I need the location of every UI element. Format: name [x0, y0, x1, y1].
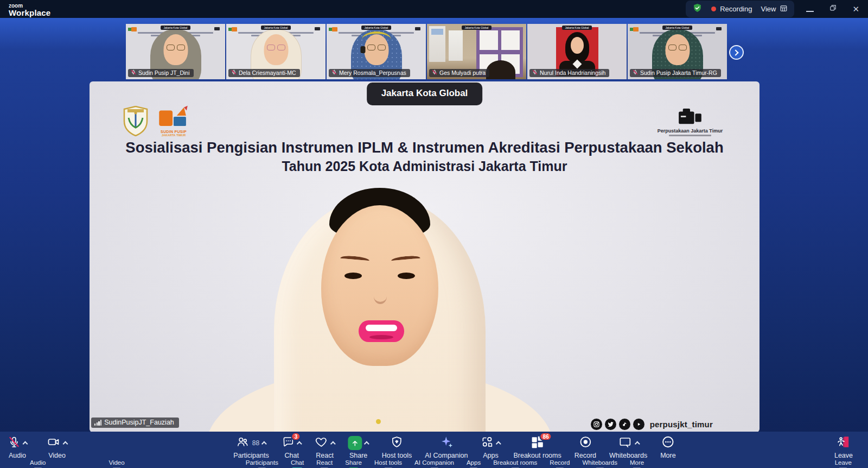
toolbar-item-label: Participants: [233, 452, 269, 459]
participant-filmstrip: Jakarta Kota Global Sudin Pusip JT_Dini …: [126, 24, 727, 79]
chevron-up-icon[interactable]: [635, 441, 640, 446]
view-label: View: [761, 5, 776, 13]
secondary-label-host-tools: Host tools: [374, 459, 402, 468]
signal-strength-icon: [94, 420, 101, 426]
toolbar-item-share[interactable]: Share: [348, 435, 369, 459]
sudin-pusip-caption: SUDIN PUSIP: [156, 130, 192, 134]
secondary-label-apps: Apps: [467, 459, 481, 468]
mic-muted-icon: [8, 435, 21, 450]
secondary-label-breakout-rooms: Breakout rooms: [493, 459, 537, 468]
participant-thumbnail-3[interactable]: Jakarta Kota Global Mery Rosmala_Perpusn…: [327, 24, 426, 79]
secondary-label-react: React: [316, 459, 333, 468]
event-title-line1: Sosialisasi Pengisian Instrumen IPLM & I…: [90, 139, 760, 156]
chevron-up-icon[interactable]: [330, 441, 336, 446]
secondary-label-ai-companion: AI Companion: [414, 459, 454, 468]
participant-name-label: Nurul Inda Handrianingsih: [529, 69, 609, 77]
participants-icon: [237, 435, 250, 450]
event-title-line2: Tahun 2025 Kota Administrasi Jakarta Tim…: [90, 159, 760, 174]
library-logo-subcaption-bar: [669, 135, 711, 136]
thumbnail-top-label: Jakarta Kota Global: [662, 26, 693, 30]
participant-name-label: Sudin Pusip Jakarta Timur-RG: [630, 69, 721, 77]
next-page-button[interactable]: [729, 45, 744, 60]
participant-name-text: Dela Criesmayanti-MC: [239, 69, 296, 76]
chevron-up-icon[interactable]: [63, 441, 68, 446]
brand-zoom: zoom: [9, 3, 50, 9]
toolbar-item-leave[interactable]: Leave: [834, 435, 853, 459]
minimize-button[interactable]: [806, 4, 814, 14]
toolbar-item-record[interactable]: Record: [575, 435, 596, 459]
toolbar-item-whiteboards[interactable]: Whiteboards: [609, 435, 647, 459]
recording-dot-icon: [711, 7, 716, 11]
toolbar-item-audio[interactable]: Audio: [8, 435, 27, 459]
thumbnail-top-label: Jakarta Kota Global: [161, 26, 191, 30]
active-speaker-video[interactable]: Jakarta Kota Global SUDIN PUSIP JAKARTA …: [90, 81, 760, 432]
secondary-label-video: Video: [108, 459, 124, 468]
social-media-row: perpusjkt_timur: [591, 419, 713, 430]
participant-name-text: Sudin Pusip Jakarta Timur-RG: [640, 69, 717, 76]
sparkle-icon: [439, 435, 454, 451]
toolbar-item-chat[interactable]: 3 Chat: [282, 435, 302, 459]
toolbar-item-ai-companion[interactable]: AI Companion: [425, 435, 468, 459]
participant-name-label: Mery Rosmala_Perpusnas: [329, 69, 410, 77]
tiktok-icon: [619, 419, 630, 430]
secondary-label-whiteboards: Whiteboards: [582, 459, 617, 468]
speaker-pin: [376, 419, 381, 424]
toolbar-item-more[interactable]: More: [660, 435, 675, 459]
mic-muted-icon: [331, 69, 337, 76]
toolbar-item-label: Share: [349, 452, 367, 459]
secondary-label-share: Share: [345, 459, 362, 468]
toolbar-item-label: More: [660, 452, 675, 459]
maximize-button[interactable]: [829, 4, 837, 14]
participant-name-label: Sudin Pusip JT_Dini: [128, 69, 194, 77]
participant-thumbnail-1[interactable]: Jakarta Kota Global Sudin Pusip JT_Dini: [126, 24, 225, 79]
participant-thumbnail-5[interactable]: Jakarta Kota Global Nurul Inda Handriani…: [527, 24, 627, 79]
speaker-eye-right: [398, 273, 415, 279]
window-controls: ✕: [806, 4, 859, 14]
recording-indicator[interactable]: Recording: [711, 5, 752, 13]
instagram-icon: [591, 419, 602, 430]
shield-icon: [390, 435, 403, 450]
toolbar-item-video[interactable]: Video: [47, 435, 67, 459]
toolbar-item-breakout-rooms[interactable]: 86 Breakout rooms: [513, 435, 561, 459]
mic-muted-icon: [231, 69, 237, 76]
toolbar-item-participants[interactable]: 88 Participants: [233, 435, 269, 459]
meeting-status-pill: Recording View: [686, 1, 794, 17]
brand-workplace: Workplace: [9, 9, 50, 17]
chevron-up-icon[interactable]: [364, 441, 369, 446]
glasses-icon: [668, 45, 687, 50]
toolbar-item-label: Chat: [284, 452, 298, 459]
recording-label: Recording: [720, 5, 752, 13]
chevron-up-icon[interactable]: [261, 441, 267, 446]
participants-count: 88: [252, 439, 259, 447]
sudin-pusip-logo: SUDIN PUSIP JAKARTA TIMUR: [156, 104, 192, 137]
window-titlebar: zoom Workplace Recording View ✕: [0, 0, 868, 18]
toolbar-item-label: React: [316, 452, 334, 459]
toolbar-item-label: Leave: [834, 452, 853, 459]
share-screen-icon: [348, 436, 362, 450]
close-button[interactable]: ✕: [852, 5, 859, 13]
video-camera-icon: [47, 435, 61, 450]
secondary-toolbar-labels: AudioVideoParticipantsChatReactShareHost…: [0, 459, 868, 468]
secondary-label-record: Record: [550, 459, 570, 468]
participant-name-text: Mery Rosmala_Perpusnas: [339, 69, 406, 76]
zoom-workplace-logo: zoom Workplace: [9, 2, 50, 17]
more-icon: [661, 435, 675, 451]
mic-muted-icon: [131, 69, 136, 76]
toolbar-item-host-tools[interactable]: Host tools: [382, 435, 412, 459]
chevron-up-icon[interactable]: [496, 441, 501, 446]
toolbar-item-label: Host tools: [382, 452, 412, 459]
gallery-grid-icon: [780, 4, 788, 14]
toolbar-item-apps[interactable]: Apps: [481, 435, 500, 459]
toolbar-item-label: Record: [575, 452, 596, 459]
toolbar-item-react[interactable]: React: [315, 435, 335, 459]
participant-thumbnail-4[interactable]: Jakarta Kota Global Ges Mulyadi putra: [427, 24, 526, 79]
chevron-up-icon[interactable]: [23, 441, 28, 446]
participant-thumbnail-2[interactable]: Jakarta Kota Global Dela Criesmayanti-MC: [226, 24, 326, 79]
notification-badge: 3: [291, 432, 301, 441]
chevron-up-icon[interactable]: [297, 441, 302, 446]
glasses-icon: [267, 45, 285, 50]
participant-thumbnail-6[interactable]: Jakarta Kota Global Sudin Pusip Jakarta …: [628, 24, 727, 79]
leave-door-icon: [837, 435, 851, 451]
view-button[interactable]: View: [761, 4, 788, 14]
social-handle: perpusjkt_timur: [650, 420, 713, 429]
